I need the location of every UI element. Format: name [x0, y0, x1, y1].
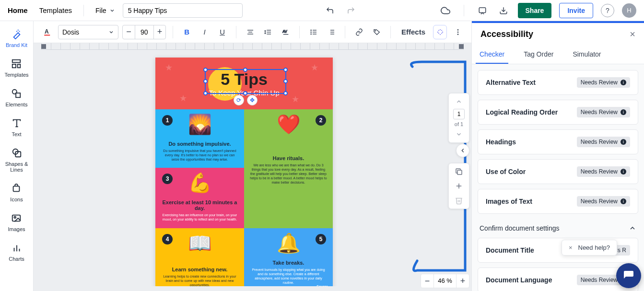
chevron-up-icon: [629, 224, 636, 232]
zoom-out[interactable]: −: [421, 276, 433, 286]
issue-use-of-color[interactable]: Use of Color Needs Reviewi: [478, 159, 638, 184]
nav-home[interactable]: Home: [8, 6, 28, 14]
avatar[interactable]: H: [622, 3, 636, 18]
bullet-list-button[interactable]: [306, 25, 320, 39]
document-title-input[interactable]: [123, 3, 243, 18]
tab-checker[interactable]: Checker: [476, 46, 508, 64]
help-button[interactable]: ?: [601, 4, 614, 17]
zoom-in[interactable]: +: [457, 276, 469, 286]
effects-button[interactable]: Effects: [398, 25, 429, 39]
tile-5[interactable]: 5 🔔 Take breaks. Prevent burnouts by sto…: [244, 228, 333, 286]
zoom-value[interactable]: 46 %: [433, 274, 457, 288]
sidebar-item-label: Charts: [9, 256, 24, 262]
sidebar-item-templates[interactable]: Templates: [4, 58, 28, 78]
download-button[interactable]: [497, 4, 510, 17]
issue-logical-reading-order[interactable]: Logical Reading Order Needs Reviewi: [478, 100, 638, 125]
font-size-decrease[interactable]: −: [123, 25, 134, 39]
tile-body: Do something impulsive that you haven't …: [161, 149, 238, 162]
source-link[interactable]: Source: [316, 285, 328, 286]
sidebar-item-brand-kit[interactable]: Brand Kit: [6, 28, 27, 48]
invite-button[interactable]: Invite: [559, 3, 593, 18]
tile-body: Prevent burnouts by stopping what you ar…: [250, 268, 327, 285]
help-tooltip: × Need help?: [562, 240, 617, 256]
issue-title: Alternative Text: [486, 79, 536, 86]
file-label: File: [95, 7, 106, 14]
svg-point-36: [375, 30, 375, 31]
tile-heading: Take breaks.: [250, 260, 327, 266]
ruler[interactable]: [41, 43, 464, 50]
svg-rect-6: [16, 93, 21, 97]
tab-simulator[interactable]: Simulator: [569, 46, 605, 64]
more-button[interactable]: [451, 25, 465, 39]
collapse-panel-button[interactable]: [456, 144, 469, 157]
number-list-button[interactable]: [324, 25, 338, 39]
link-button[interactable]: [352, 25, 366, 39]
underline-button[interactable]: U: [215, 25, 229, 39]
tile-number: 3: [162, 174, 173, 184]
section-confirm-settings[interactable]: Confirm document settings: [478, 219, 638, 238]
close-help-tooltip[interactable]: ×: [569, 244, 573, 251]
page-next[interactable]: [453, 129, 465, 140]
align-button[interactable]: [243, 25, 257, 39]
letter-spacing-button[interactable]: AV: [279, 25, 293, 39]
divider: [83, 5, 84, 16]
redo-button[interactable]: [344, 4, 358, 17]
italic-button[interactable]: I: [198, 25, 211, 39]
font-family-select[interactable]: Dosis: [58, 25, 118, 39]
undo-button[interactable]: [323, 4, 337, 17]
tile-2[interactable]: 2 ❤️ Have rituals. We are less who we ar…: [244, 109, 333, 228]
cloud-sync-icon[interactable]: [439, 4, 452, 17]
text-color-button[interactable]: A: [40, 25, 54, 39]
sidebar-item-images[interactable]: Images: [8, 212, 25, 232]
tab-tag-order[interactable]: Tag Order: [520, 46, 557, 64]
setting-document-language[interactable]: Document Language Needs Reviewi: [478, 268, 638, 291]
tile-1[interactable]: 1 🌄 Do something impulsive. Do something…: [155, 109, 244, 168]
share-button[interactable]: Share: [518, 3, 552, 18]
sidebar-item-shapes[interactable]: Shapes & Lines: [0, 147, 33, 173]
duplicate-page-button[interactable]: [455, 167, 463, 176]
font-size-input[interactable]: [135, 25, 154, 39]
sidebar-item-charts[interactable]: Charts: [9, 242, 24, 262]
line-spacing-button[interactable]: [261, 25, 275, 39]
svg-rect-4: [18, 64, 21, 68]
setting-title: Document Title: [486, 246, 534, 254]
sidebar-item-elements[interactable]: Elements: [6, 87, 28, 107]
zoom-control: − 46 % +: [421, 274, 469, 288]
status-badge: Needs Reviewi: [577, 137, 630, 147]
file-menu[interactable]: File: [95, 7, 115, 14]
rotate-handle[interactable]: ⟳: [234, 95, 244, 105]
issue-alternative-text[interactable]: Alternative Text Needs Reviewi: [478, 70, 638, 95]
sidebar-item-icons[interactable]: Icons: [10, 182, 23, 202]
tile-heading: Have rituals.: [250, 155, 327, 161]
images-icon: [10, 212, 23, 224]
delete-page-button[interactable]: [455, 196, 463, 205]
canvas-page[interactable]: ★★★★ 5 Tips To Keep Your Chin Up ⟳ ✥: [155, 58, 333, 286]
svg-point-13: [14, 216, 16, 218]
tile-3[interactable]: 3 💪 Exercise at least 10 minutes a day. …: [155, 168, 244, 228]
templates-icon: [10, 58, 23, 70]
chat-button[interactable]: [616, 263, 641, 288]
page-current[interactable]: 1: [453, 109, 465, 119]
page-prev[interactable]: [453, 96, 465, 107]
close-panel-button[interactable]: ×: [630, 29, 635, 40]
sidebar-item-text[interactable]: Text: [11, 117, 23, 137]
tile-4[interactable]: 4 📖 Learn something new. Learning helps …: [155, 228, 244, 286]
add-page-button[interactable]: [455, 182, 463, 190]
nav-templates[interactable]: Templates: [39, 6, 72, 14]
svg-text:A: A: [45, 28, 49, 35]
ai-button[interactable]: [433, 25, 447, 39]
panel-title: Accessibility: [480, 29, 533, 39]
selection-box[interactable]: ⟳ ✥: [205, 69, 286, 94]
present-button[interactable]: [476, 4, 489, 17]
font-size-increase[interactable]: +: [154, 25, 165, 39]
bold-button[interactable]: B: [180, 25, 194, 39]
magic-icon: [11, 28, 23, 40]
issue-images-of-text[interactable]: Images of Text Needs Reviewi: [478, 189, 638, 214]
sidebar-item-label: Templates: [4, 72, 28, 78]
elements-icon: [10, 87, 23, 100]
chat-icon: [623, 270, 634, 281]
move-handle[interactable]: ✥: [247, 95, 258, 105]
issue-headings[interactable]: Headings Needs Reviewi: [478, 129, 638, 154]
tag-button[interactable]: [370, 25, 384, 39]
issue-title: Images of Text: [486, 198, 532, 205]
